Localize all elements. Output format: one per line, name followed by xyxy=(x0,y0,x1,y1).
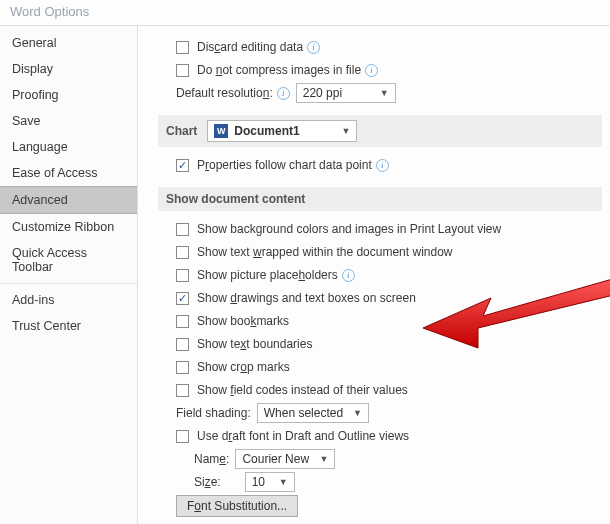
chevron-down-icon: ▼ xyxy=(370,88,389,98)
chart-section-label: Chart xyxy=(166,124,197,138)
chevron-down-icon: ▼ xyxy=(343,408,362,418)
sidebar-item-advanced[interactable]: Advanced xyxy=(0,186,137,214)
drawings-checkbox[interactable] xyxy=(176,292,189,305)
discard-editing-label: Discard editing data xyxy=(197,40,303,54)
default-resolution-label: Default resolution: xyxy=(176,86,273,100)
crop-marks-label: Show crop marks xyxy=(197,360,290,374)
do-not-compress-checkbox[interactable] xyxy=(176,64,189,77)
discard-editing-row: Discard editing data i xyxy=(176,37,602,57)
sidebar-item-save[interactable]: Save xyxy=(0,108,137,134)
discard-editing-checkbox[interactable] xyxy=(176,41,189,54)
sidebar-item-general[interactable]: General xyxy=(0,30,137,56)
wrap-text-checkbox[interactable] xyxy=(176,246,189,259)
field-shading-value: When selected xyxy=(264,406,343,420)
sidebar-item-display[interactable]: Display xyxy=(0,56,137,82)
bookmarks-checkbox[interactable] xyxy=(176,315,189,328)
sidebar: General Display Proofing Save Language E… xyxy=(0,26,138,524)
bg-colors-checkbox[interactable] xyxy=(176,223,189,236)
sidebar-item-quick-access-toolbar[interactable]: Quick Access Toolbar xyxy=(0,240,137,280)
bg-colors-label: Show background colors and images in Pri… xyxy=(197,222,501,236)
chevron-down-icon: ▼ xyxy=(309,454,328,464)
sidebar-item-language[interactable]: Language xyxy=(0,134,137,160)
chart-document-value: Document1 xyxy=(234,124,299,138)
do-not-compress-row: Do not compress images in file i xyxy=(176,60,602,80)
sidebar-item-add-ins[interactable]: Add-ins xyxy=(0,287,137,313)
boundaries-label: Show text boundaries xyxy=(197,337,312,351)
font-size-select[interactable]: 10 ▼ xyxy=(245,472,295,492)
sidebar-separator xyxy=(0,283,137,284)
font-substitution-button[interactable]: Font Substitution... xyxy=(176,495,298,517)
default-resolution-select[interactable]: 220 ppi ▼ xyxy=(296,83,396,103)
picture-placeholders-checkbox[interactable] xyxy=(176,269,189,282)
font-size-label: Size: xyxy=(194,475,221,489)
crop-marks-checkbox[interactable] xyxy=(176,361,189,374)
word-icon: W xyxy=(214,124,228,138)
info-icon[interactable]: i xyxy=(365,64,378,77)
font-name-label: Name: xyxy=(194,452,229,466)
boundaries-checkbox[interactable] xyxy=(176,338,189,351)
document-content-section-header: Show document content xyxy=(158,187,602,211)
info-icon[interactable]: i xyxy=(376,159,389,172)
sidebar-item-trust-center[interactable]: Trust Center xyxy=(0,313,137,339)
chart-section-header: Chart W Document1 ▼ xyxy=(158,115,602,147)
sidebar-item-ease-of-access[interactable]: Ease of Access xyxy=(0,160,137,186)
picture-placeholders-label: Show picture placeholders xyxy=(197,268,338,282)
document-content-section-label: Show document content xyxy=(166,192,305,206)
font-name-select[interactable]: Courier New ▼ xyxy=(235,449,335,469)
chevron-down-icon: ▼ xyxy=(269,477,288,487)
sidebar-item-proofing[interactable]: Proofing xyxy=(0,82,137,108)
draft-font-checkbox[interactable] xyxy=(176,430,189,443)
properties-follow-checkbox[interactable] xyxy=(176,159,189,172)
drawings-label: Show drawings and text boxes on screen xyxy=(197,291,416,305)
draft-font-label: Use draft font in Draft and Outline view… xyxy=(197,429,409,443)
properties-follow-row: Properties follow chart data point i xyxy=(176,155,602,175)
default-resolution-row: Default resolution: i 220 ppi ▼ xyxy=(176,83,602,103)
info-icon[interactable]: i xyxy=(342,269,355,282)
field-codes-label: Show field codes instead of their values xyxy=(197,383,408,397)
main-layout: General Display Proofing Save Language E… xyxy=(0,25,610,524)
do-not-compress-label: Do not compress images in file xyxy=(197,63,361,77)
info-icon[interactable]: i xyxy=(277,87,290,100)
wrap-text-label: Show text wrapped within the document wi… xyxy=(197,245,452,259)
font-size-value: 10 xyxy=(252,475,265,489)
font-name-value: Courier New xyxy=(242,452,309,466)
bookmarks-label: Show bookmarks xyxy=(197,314,289,328)
field-shading-label: Field shading: xyxy=(176,406,251,420)
content-panel: Discard editing data i Do not compress i… xyxy=(138,26,610,524)
field-codes-checkbox[interactable] xyxy=(176,384,189,397)
properties-follow-label: Properties follow chart data point xyxy=(197,158,372,172)
chart-document-select[interactable]: W Document1 ▼ xyxy=(207,120,357,142)
info-icon[interactable]: i xyxy=(307,41,320,54)
chevron-down-icon: ▼ xyxy=(341,126,350,136)
field-shading-select[interactable]: When selected ▼ xyxy=(257,403,369,423)
sidebar-item-customize-ribbon[interactable]: Customize Ribbon xyxy=(0,214,137,240)
window-title: Word Options xyxy=(0,0,610,25)
default-resolution-value: 220 ppi xyxy=(303,86,342,100)
